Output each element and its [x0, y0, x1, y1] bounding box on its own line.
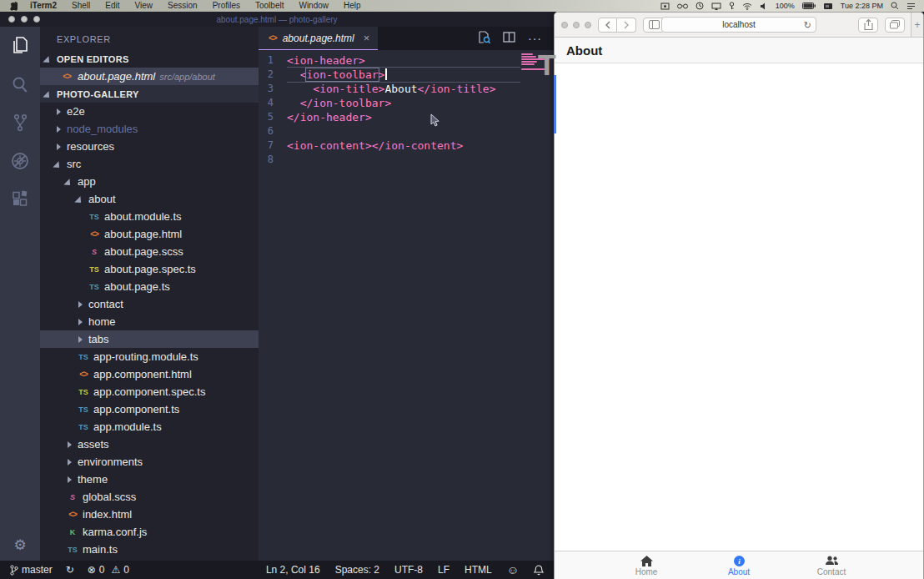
code-line-5[interactable]: 5</ion-header> — [259, 110, 554, 124]
extensions-icon[interactable] — [0, 180, 40, 219]
more-actions-icon[interactable]: ··· — [528, 32, 542, 45]
glasses-icon[interactable] — [677, 3, 688, 9]
menu-item-session[interactable]: Session — [160, 1, 205, 10]
spotlight-icon[interactable] — [891, 2, 899, 10]
tree-item-e2e[interactable]: e2e — [40, 103, 259, 120]
tree-item-app-component-ts[interactable]: TSapp.component.ts — [40, 400, 259, 418]
menu-item-view[interactable]: View — [128, 1, 161, 10]
close-window-button[interactable] — [561, 22, 568, 28]
menu-item-shell[interactable]: Shell — [64, 1, 98, 10]
tree-item-src[interactable]: src — [40, 155, 259, 173]
code-line-8[interactable]: 8 — [259, 153, 554, 167]
status-eol[interactable]: LF — [438, 564, 449, 576]
tree-item-about-page-spec-ts[interactable]: TSabout.page.spec.ts — [40, 260, 259, 278]
sync-icon[interactable]: ↻ — [66, 564, 74, 576]
code-line-7[interactable]: 7<ion-content></ion-content> — [259, 138, 554, 153]
tree-item-karma-conf-js[interactable]: Kkarma.conf.js — [40, 523, 259, 541]
tree-item-theme[interactable]: theme — [40, 471, 259, 488]
tree-item-assets[interactable]: assets — [40, 436, 259, 453]
code-line-1[interactable]: 1<ion-header> — [259, 53, 554, 68]
tree-item-global-scss[interactable]: Sglobal.scss — [40, 488, 259, 506]
split-editor-icon[interactable] — [503, 31, 515, 46]
tree-item-home[interactable]: home — [40, 313, 259, 330]
search-icon[interactable] — [0, 65, 40, 103]
code-line-6[interactable]: 6 — [259, 124, 554, 138]
explorer-icon[interactable] — [0, 27, 40, 65]
line-number: 6 — [259, 124, 287, 138]
menubar-clock[interactable]: Tue 2:28 PM — [841, 2, 883, 10]
tree-item-about-page-scss[interactable]: Sabout.page.scss — [40, 243, 259, 260]
tree-item-main-ts[interactable]: TSmain.ts — [40, 541, 259, 558]
tree-item-about[interactable]: about — [40, 190, 259, 208]
menu-item-edit[interactable]: Edit — [98, 1, 127, 10]
back-button[interactable] — [598, 18, 617, 33]
menu-item-toolbelt[interactable]: Toolbelt — [248, 1, 291, 10]
airplay-icon[interactable] — [711, 3, 721, 10]
problems-status[interactable]: ⊗ 0 ⚠ 0 — [88, 564, 129, 576]
display-icon[interactable] — [823, 3, 833, 10]
wifi-icon[interactable] — [742, 3, 752, 10]
git-branch-status[interactable]: master — [10, 564, 53, 576]
code-editor[interactable]: 1<ion-header>2 <ion-toolbar>3 <ion-title… — [259, 50, 554, 167]
notification-center-icon[interactable] — [906, 3, 916, 10]
tree-item-index-html[interactable]: <>index.html — [40, 506, 259, 523]
tree-item-app[interactable]: app — [40, 173, 259, 190]
menu-item-help[interactable]: Help — [336, 1, 369, 10]
address-bar[interactable]: localhost ↻ — [661, 17, 816, 33]
tree-item-app-routing-module-ts[interactable]: TSapp-routing.module.ts — [40, 348, 259, 365]
status-line-col[interactable]: Ln 2, Col 16 — [266, 564, 320, 576]
tab-home[interactable]: Home — [600, 551, 693, 579]
apple-menu[interactable] — [0, 2, 23, 11]
new-tab-button[interactable]: + — [911, 13, 923, 37]
tree-item-about-module-ts[interactable]: TSabout.module.ts — [40, 208, 259, 225]
tree-item-label: tabs — [87, 333, 109, 345]
code-line-3[interactable]: 3 <ion-title>About</ion-title> — [259, 82, 554, 96]
tree-item-node-modules[interactable]: node_modules — [40, 120, 259, 138]
vscode-titlebar[interactable]: about.page.html — photo-gallery — [0, 12, 554, 27]
status-indentation[interactable]: Spaces: 2 — [335, 564, 379, 576]
error-icon: ⊗ — [88, 564, 96, 576]
chevron-collapsed-icon — [66, 458, 74, 466]
feedback-smiley-icon[interactable]: ☺ — [507, 563, 519, 576]
open-editors-header[interactable]: OPEN EDITORS — [40, 50, 259, 68]
menu-item-profiles[interactable]: Profiles — [205, 1, 248, 10]
forward-button[interactable] — [617, 18, 636, 33]
share-button[interactable] — [858, 18, 878, 33]
chevron-collapsed-icon — [77, 318, 85, 326]
tree-item-environments[interactable]: environments — [40, 453, 259, 471]
tab-contact[interactable]: Contact — [786, 551, 878, 579]
editor-tab-about-page-html[interactable]: <> about.page.html × — [259, 27, 378, 50]
tree-item-app-component-html[interactable]: <>app.component.html — [40, 365, 259, 383]
clock-status-icon[interactable] — [696, 2, 704, 10]
tree-item-about-page-html[interactable]: <>about.page.html — [40, 225, 259, 243]
tree-item-app-component-spec-ts[interactable]: TSapp.component.spec.ts — [40, 383, 259, 400]
notifications-bell-icon[interactable] — [534, 565, 544, 576]
open-editor-item[interactable]: <> about.page.html src/app/about — [40, 68, 259, 85]
tree-item-about-page-ts[interactable]: TSabout.page.ts — [40, 278, 259, 295]
settings-gear-icon[interactable]: ⚙ — [0, 536, 40, 554]
open-preview-icon[interactable] — [478, 31, 490, 47]
tree-item-contact[interactable]: contact — [40, 295, 259, 313]
tree-item-tabs[interactable]: tabs — [40, 330, 259, 348]
tab-close-icon[interactable]: × — [360, 32, 370, 44]
menu-item-window[interactable]: Window — [291, 1, 336, 10]
key-icon[interactable] — [729, 2, 735, 10]
menu-item-iterm2[interactable]: iTerm2 — [23, 1, 64, 10]
code-line-4[interactable]: 4 </ion-toolbar> — [259, 96, 554, 110]
tabs-overview-button[interactable] — [885, 18, 905, 33]
tree-item-app-module-ts[interactable]: TSapp.module.ts — [40, 418, 259, 436]
code-line-2[interactable]: 2 <ion-toolbar> — [259, 68, 554, 82]
screenshot-icon[interactable] — [660, 3, 670, 10]
tree-item-resources[interactable]: resources — [40, 138, 259, 155]
source-control-icon[interactable] — [0, 103, 40, 142]
battery-icon[interactable] — [802, 3, 816, 9]
volume-icon[interactable] — [760, 3, 768, 10]
status-encoding[interactable]: UTF-8 — [394, 564, 423, 576]
status-language[interactable]: HTML — [465, 564, 492, 576]
minimize-window-button[interactable] — [573, 22, 580, 28]
project-header[interactable]: PHOTO-GALLERY — [40, 85, 259, 103]
debug-icon[interactable] — [0, 142, 40, 180]
reload-icon[interactable]: ↻ — [804, 18, 811, 33]
tab-about[interactable]: iAbout — [693, 551, 786, 579]
zoom-window-button[interactable] — [585, 22, 591, 28]
